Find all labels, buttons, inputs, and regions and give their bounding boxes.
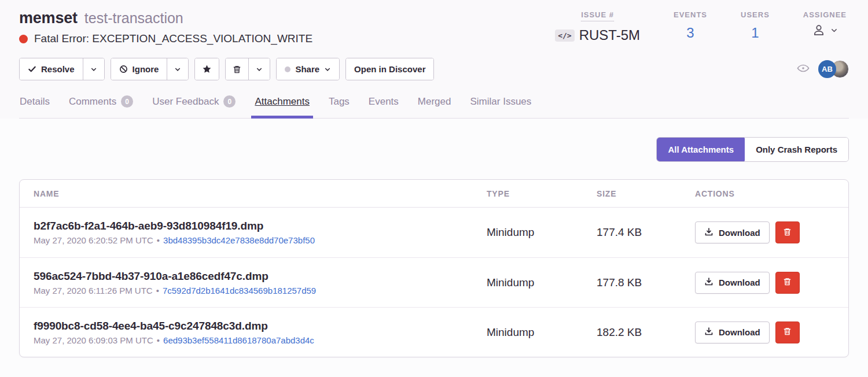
issue-number-label: ISSUE # <box>581 10 614 21</box>
column-header-size: Size <box>597 189 695 198</box>
attachment-name-cell: 596ac524-7bbd-4b37-910a-a1e86cedf47c.dmp… <box>34 270 487 295</box>
issue-stats: ISSUE # </> RUST-5M EVENTS 3 USERS 1 ASS… <box>555 10 849 43</box>
chevron-down-icon <box>174 66 181 73</box>
user-feedback-count-badge: 0 <box>223 95 236 108</box>
download-icon <box>704 277 713 288</box>
users-count: 1 <box>751 25 759 41</box>
resolve-button[interactable]: Resolve <box>20 58 83 80</box>
dot-separator: • <box>157 335 160 345</box>
table-row: b2f7ac6b-f2a1-464b-aeb9-93d810984f19.dmp… <box>20 208 848 257</box>
attachment-name-cell: b2f7ac6b-f2a1-464b-aeb9-93d810984f19.dmp… <box>34 220 487 245</box>
column-header-name: Name <box>34 189 487 198</box>
issue-number-value: RUST-5M <box>579 27 640 43</box>
eye-icon <box>796 61 810 77</box>
attachment-filename: f9990bc8-cd58-4ee4-ba45-c9c247848c3d.dmp <box>34 320 487 332</box>
table-row: 596ac524-7bbd-4b37-910a-a1e86cedf47c.dmp… <box>20 257 848 307</box>
delete-button[interactable] <box>226 58 248 80</box>
error-level-dot-icon <box>19 35 28 43</box>
avatar-initials: AB <box>818 60 836 78</box>
tab-events[interactable]: Events <box>368 94 399 118</box>
delete-button-group <box>225 58 270 80</box>
attachment-size: 177.8 KB <box>597 276 695 289</box>
ignore-button[interactable]: Ignore <box>111 58 167 80</box>
stat-assignee: ASSIGNEE <box>803 10 847 40</box>
tab-user-feedback[interactable]: User Feedback 0 <box>152 94 236 118</box>
resolve-dropdown-button[interactable] <box>83 58 104 80</box>
assignee-dropdown[interactable] <box>811 23 838 40</box>
circle-slash-icon <box>119 65 128 73</box>
title-line: memset test-transaction <box>19 9 312 27</box>
delete-attachment-button[interactable] <box>775 272 800 294</box>
column-header-actions: Actions <box>695 189 834 198</box>
page-subtitle: test-transaction <box>84 10 183 27</box>
chevron-down-icon <box>830 26 838 36</box>
star-button[interactable] <box>195 58 219 80</box>
error-message: Fatal Error: EXCEPTION_ACCESS_VIOLATION_… <box>34 32 312 45</box>
tab-details[interactable]: Details <box>19 94 50 118</box>
delete-attachment-button[interactable] <box>775 221 800 243</box>
attachments-filter-row: All Attachments Only Crash Reports <box>19 137 849 162</box>
attachment-size: 177.4 KB <box>597 226 695 239</box>
stat-users: USERS 1 <box>741 10 770 41</box>
participants: AB <box>796 60 849 78</box>
download-button[interactable]: Download <box>695 221 770 243</box>
dot-separator: • <box>156 286 159 295</box>
discover-button-group: Open in Discover <box>345 58 434 80</box>
trash-icon <box>233 65 241 74</box>
share-button-group: Share <box>276 58 340 80</box>
event-id-link[interactable]: 3bd48395b3dc42e7838e8dd70e73bf50 <box>163 235 315 245</box>
person-icon <box>811 23 826 40</box>
chevron-down-icon <box>324 66 331 73</box>
attachments-content: All Attachments Only Crash Reports Name … <box>0 119 868 377</box>
trash-icon <box>783 277 792 288</box>
ignore-dropdown-button[interactable] <box>167 58 188 80</box>
issue-page: memset test-transaction Fatal Error: EXC… <box>0 0 868 377</box>
attachment-filename: b2f7ac6b-f2a1-464b-aeb9-93d810984f19.dmp <box>34 220 487 232</box>
attachment-filename: 596ac524-7bbd-4b37-910a-a1e86cedf47c.dmp <box>34 270 487 283</box>
attachment-size: 182.2 KB <box>597 326 695 339</box>
check-icon <box>28 65 36 73</box>
stat-issue-number: ISSUE # </> RUST-5M <box>555 10 640 43</box>
download-button[interactable]: Download <box>695 321 770 343</box>
download-button[interactable]: Download <box>695 272 770 294</box>
ignore-button-group: Ignore <box>111 58 189 80</box>
share-status-dot-icon <box>285 66 290 72</box>
download-icon <box>704 227 713 238</box>
users-label: USERS <box>741 10 770 19</box>
attachments-table: Name Type Size Actions b2f7ac6b-f2a1-464… <box>19 179 849 357</box>
tab-tags[interactable]: Tags <box>328 94 350 118</box>
table-row: f9990bc8-cd58-4ee4-ba45-c9c247848c3d.dmp… <box>20 307 848 357</box>
attachment-type: Minidump <box>487 276 597 289</box>
tab-comments[interactable]: Comments 0 <box>68 94 134 118</box>
title-block: memset test-transaction Fatal Error: EXC… <box>19 9 312 45</box>
stat-events: EVENTS 3 <box>674 10 707 41</box>
attachment-date: May 27, 2020 6:09:03 PM UTC <box>34 335 153 345</box>
events-label: EVENTS <box>674 10 707 19</box>
trash-icon <box>783 227 792 238</box>
attachment-date: May 27, 2020 6:20:52 PM UTC <box>34 235 153 245</box>
column-header-type: Type <box>487 189 597 198</box>
delete-attachment-button[interactable] <box>775 321 800 343</box>
attachment-type: Minidump <box>487 226 597 239</box>
open-in-discover-button[interactable]: Open in Discover <box>346 58 433 80</box>
events-count: 3 <box>686 25 694 41</box>
code-icon[interactable]: </> <box>555 29 574 42</box>
tab-similar-issues[interactable]: Similar Issues <box>469 94 532 118</box>
delete-dropdown-button[interactable] <box>248 58 270 80</box>
comments-count-badge: 0 <box>121 95 133 108</box>
issue-header: memset test-transaction Fatal Error: EXC… <box>0 0 868 119</box>
issue-tabs: Details Comments 0 User Feedback 0 Attac… <box>19 94 849 119</box>
assignee-label: ASSIGNEE <box>803 10 847 19</box>
filter-only-crash-reports-button[interactable]: Only Crash Reports <box>745 138 848 161</box>
tab-merged[interactable]: Merged <box>417 94 452 118</box>
event-id-link[interactable]: 7c592d7d2b1641dc834569b181257d59 <box>163 286 316 295</box>
event-id-link[interactable]: 6ed93b3ef558411d8618780a7abd3d4c <box>163 335 314 345</box>
tab-attachments[interactable]: Attachments <box>254 94 310 118</box>
trash-icon <box>783 327 792 338</box>
share-button[interactable]: Share <box>277 58 339 80</box>
error-line: Fatal Error: EXCEPTION_ACCESS_VIOLATION_… <box>19 32 312 45</box>
attachment-type: Minidump <box>487 326 597 339</box>
filter-all-attachments-button[interactable]: All Attachments <box>656 137 745 162</box>
attachments-filter-toggle: All Attachments Only Crash Reports <box>656 137 849 162</box>
toolbar: Resolve Ignore <box>19 58 849 80</box>
